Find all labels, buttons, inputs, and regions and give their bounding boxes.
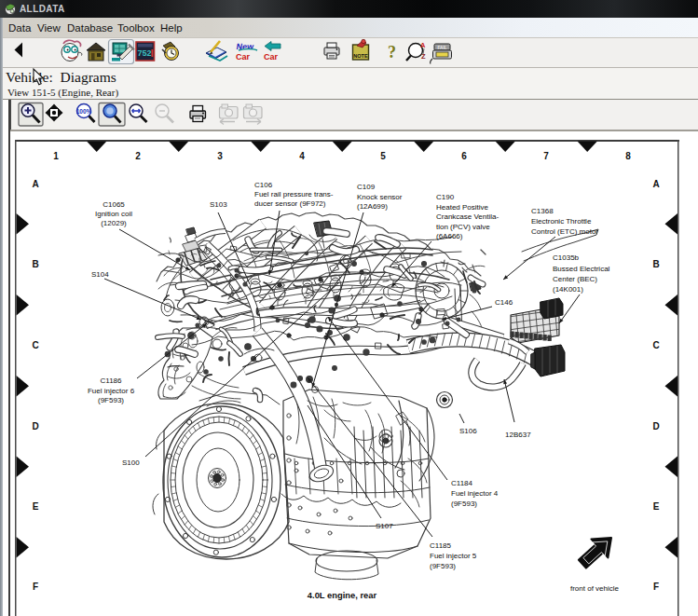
- svg-text:C1186: C1186: [101, 376, 123, 385]
- svg-text:Center (BEC): Center (BEC): [553, 275, 597, 283]
- svg-text:S106: S106: [459, 427, 477, 435]
- svg-text:C146: C146: [495, 298, 513, 307]
- svg-text:(12029): (12029): [101, 219, 127, 227]
- svg-text:C1185: C1185: [430, 541, 452, 550]
- svg-text:E: E: [653, 501, 660, 512]
- svg-text:C: C: [652, 340, 659, 350]
- svg-text:S103: S103: [210, 200, 227, 209]
- svg-text:Heated Positive: Heated Positive: [436, 203, 489, 212]
- svg-text:Fuel rail pressure trans-: Fuel rail pressure trans-: [254, 190, 334, 198]
- svg-text:D: D: [652, 421, 659, 431]
- svg-text:(9F593): (9F593): [430, 562, 456, 570]
- svg-text:B: B: [652, 259, 659, 269]
- svg-text:front of vehicle: front of vehicle: [570, 584, 620, 593]
- svg-text:8: 8: [625, 151, 631, 161]
- svg-text:ducer sensor (9F972): ducer sensor (9F972): [254, 199, 326, 208]
- svg-text:C190: C190: [436, 193, 455, 201]
- svg-text:S107: S107: [376, 522, 393, 530]
- svg-text:D: D: [32, 421, 38, 431]
- svg-text:C1065: C1065: [103, 200, 125, 209]
- svg-text:Bussed Electrical: Bussed Electrical: [553, 265, 610, 273]
- svg-text:Knock sensor: Knock sensor: [357, 193, 403, 201]
- svg-text:Fuel injector 6: Fuel injector 6: [88, 387, 135, 395]
- svg-text:(12A699): (12A699): [357, 202, 388, 211]
- svg-text:4: 4: [299, 151, 305, 161]
- svg-text:(9F593): (9F593): [451, 500, 477, 508]
- svg-text:A: A: [652, 179, 659, 189]
- svg-text:Fuel injector 5: Fuel injector 5: [430, 552, 477, 560]
- svg-text:3: 3: [217, 151, 223, 161]
- svg-text:Fuel injector 4: Fuel injector 4: [451, 489, 499, 498]
- svg-text:2: 2: [135, 151, 141, 161]
- svg-text:Crankcase Ventila-: Crankcase Ventila-: [436, 212, 499, 221]
- svg-text:C109: C109: [357, 183, 376, 191]
- svg-text:C1368: C1368: [531, 207, 554, 215]
- svg-text:(9F593): (9F593): [98, 396, 124, 404]
- svg-text:F: F: [653, 582, 659, 592]
- svg-text:C106: C106: [254, 181, 273, 189]
- svg-text:Ignition coil: Ignition coil: [95, 210, 132, 218]
- svg-text:7: 7: [543, 151, 549, 161]
- svg-text:Electronic Throttle: Electronic Throttle: [531, 217, 592, 226]
- svg-text:C1035b: C1035b: [553, 253, 580, 262]
- svg-text:E: E: [33, 501, 39, 512]
- svg-text:C1184: C1184: [451, 479, 473, 487]
- svg-text:1: 1: [53, 151, 59, 161]
- svg-text:(14K001): (14K001): [553, 285, 583, 294]
- svg-text:B: B: [32, 259, 38, 269]
- svg-text:tion (PCV) valve: tion (PCV) valve: [436, 223, 490, 231]
- svg-text:Control (ETC) motor: Control (ETC) motor: [531, 227, 598, 236]
- svg-text:S100: S100: [122, 459, 140, 467]
- svg-text:4.0L engine, rear: 4.0L engine, rear: [308, 590, 377, 600]
- svg-text:A: A: [32, 179, 38, 189]
- svg-text:F: F: [33, 582, 38, 592]
- svg-text:S104: S104: [91, 270, 109, 279]
- svg-text:C: C: [32, 340, 38, 350]
- svg-text:12B637: 12B637: [505, 431, 531, 439]
- svg-text:5: 5: [380, 151, 386, 161]
- svg-text:(6A666): (6A666): [436, 232, 463, 240]
- svg-text:6: 6: [461, 151, 467, 161]
